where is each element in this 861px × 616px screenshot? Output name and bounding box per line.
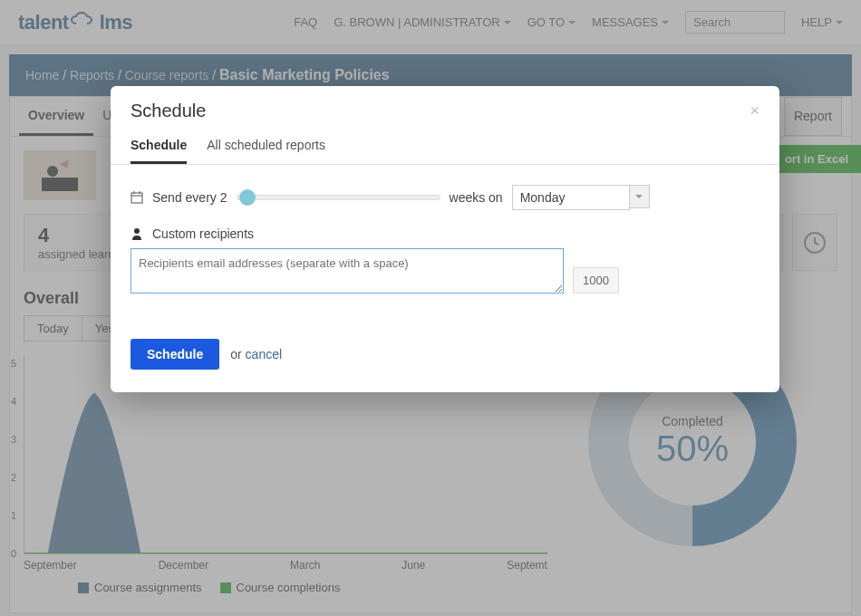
- frequency-slider[interactable]: [237, 195, 440, 200]
- recipients-input[interactable]: [131, 248, 564, 294]
- svg-rect-3: [131, 193, 142, 203]
- svg-point-7: [134, 228, 140, 234]
- schedule-button[interactable]: Schedule: [131, 339, 219, 370]
- slider-thumb[interactable]: [239, 189, 256, 206]
- modal-tab-schedule[interactable]: Schedule: [131, 129, 187, 164]
- modal-title: Schedule: [131, 101, 206, 121]
- person-icon: [131, 227, 143, 240]
- close-icon[interactable]: ×: [750, 101, 759, 120]
- modal-tab-all-reports[interactable]: All scheduled reports: [207, 129, 325, 164]
- calendar-icon: [131, 191, 143, 204]
- day-select[interactable]: Monday: [512, 185, 630, 210]
- cancel-link[interactable]: cancel: [246, 347, 282, 361]
- or-cancel-text: or cancel: [230, 347, 282, 361]
- chevron-down-icon[interactable]: [630, 185, 650, 208]
- weeks-on-label: weeks on: [450, 190, 503, 205]
- custom-recipients-label: Custom recipients: [152, 226, 254, 241]
- char-count: 1000: [573, 267, 619, 294]
- send-every-label: Send every 2: [152, 190, 227, 205]
- schedule-modal: Schedule × Schedule All scheduled report…: [111, 86, 779, 392]
